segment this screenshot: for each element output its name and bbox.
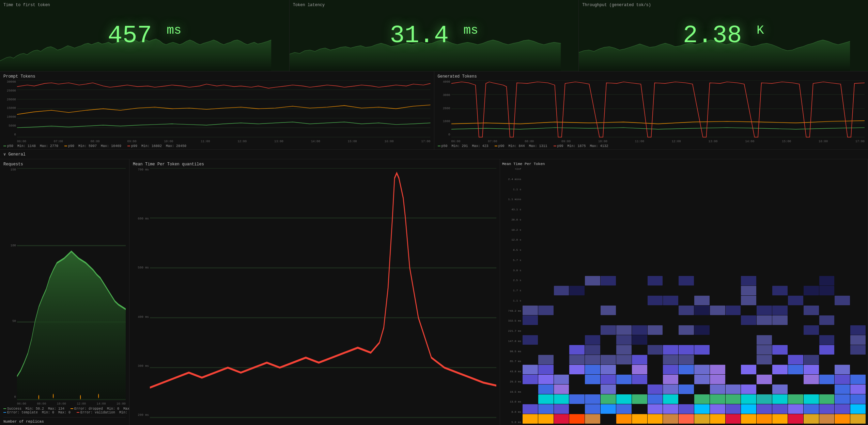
heatmap-cell bbox=[741, 227, 756, 236]
heatmap-cell bbox=[679, 276, 694, 285]
bottom-row: Requests 150100500 bbox=[0, 159, 868, 425]
heatmap-cell bbox=[850, 375, 866, 384]
heatmap-cell bbox=[710, 365, 725, 374]
y-axis-mtpt-q: 700 ms600 ms500 ms400 ms300 ms200 ms bbox=[133, 168, 150, 417]
heatmap-cell bbox=[663, 197, 678, 207]
heatmap-cell bbox=[554, 187, 569, 197]
heatmap-cell bbox=[632, 167, 647, 177]
heatmap-cell bbox=[601, 177, 616, 187]
heatmap-cell bbox=[601, 167, 616, 177]
heatmap-cell bbox=[835, 256, 850, 266]
heatmap-cell bbox=[835, 197, 850, 207]
heatmap-cell bbox=[804, 345, 819, 355]
heatmap-cell bbox=[772, 394, 788, 404]
heatmap-cell bbox=[585, 365, 600, 374]
heatmap-cell bbox=[726, 266, 741, 276]
heatmap-cell bbox=[585, 177, 600, 187]
heatmap-cell bbox=[569, 286, 585, 295]
heatmap-cell bbox=[850, 227, 866, 236]
heatmap-cell bbox=[554, 365, 569, 374]
heatmap-cell bbox=[616, 394, 632, 404]
heatmap-cell bbox=[772, 325, 788, 335]
heatmap-cell bbox=[835, 227, 850, 236]
heatmap-cell bbox=[819, 167, 835, 177]
heatmap-cell bbox=[757, 325, 772, 335]
heatmap-cell bbox=[804, 177, 819, 187]
heatmap-cell bbox=[835, 365, 850, 374]
top-row: Time to first token 457 ms Token latency bbox=[0, 0, 868, 71]
heatmap-cell bbox=[679, 217, 694, 226]
heatmap-cell bbox=[772, 256, 788, 266]
heatmap-cell bbox=[819, 355, 835, 364]
heatmap-cell bbox=[757, 375, 772, 384]
heatmap-cell bbox=[616, 246, 632, 256]
heatmap-cell bbox=[850, 315, 866, 325]
heatmap-cell bbox=[788, 315, 803, 325]
heatmap-cell bbox=[772, 276, 788, 285]
heatmap-cell bbox=[850, 266, 866, 276]
heatmap-cell bbox=[694, 177, 710, 187]
heatmap-cell bbox=[757, 187, 772, 197]
heatmap-cell bbox=[569, 207, 585, 216]
heatmap-cell bbox=[601, 246, 616, 256]
heatmap-cell bbox=[804, 227, 819, 236]
heatmap-cell bbox=[710, 246, 725, 256]
heatmap-cell bbox=[569, 345, 585, 355]
heatmap-cell bbox=[616, 207, 632, 216]
heatmap-cell bbox=[819, 385, 835, 394]
heatmap-cell bbox=[835, 286, 850, 295]
heatmap-cell bbox=[679, 187, 694, 197]
heatmap-cell bbox=[788, 355, 803, 364]
heatmap-cell bbox=[585, 167, 600, 177]
heatmap-cell bbox=[585, 306, 600, 315]
heatmap-cell bbox=[679, 286, 694, 295]
heatmap-cell bbox=[772, 207, 788, 216]
heatmap-cell bbox=[788, 276, 803, 285]
heatmap-cell bbox=[523, 256, 538, 266]
heatmap-cell bbox=[523, 306, 538, 315]
heatmap-cell bbox=[741, 207, 756, 216]
heatmap-cell bbox=[694, 246, 710, 256]
heatmap-cell bbox=[694, 345, 710, 355]
heatmap-cell bbox=[679, 325, 694, 335]
heatmap-container: +Inf 2.4 mins 1.1 s 1.1 mins 43.1 s 28.8… bbox=[502, 167, 866, 424]
heatmap-cell bbox=[648, 197, 663, 207]
heatmap-cell bbox=[819, 325, 835, 335]
heatmap-cell bbox=[819, 296, 835, 305]
heatmap-cell bbox=[632, 256, 647, 266]
panel-title-ttft: Time to first token bbox=[3, 3, 50, 7]
heatmap-cell bbox=[569, 187, 585, 197]
heatmap-cell bbox=[804, 335, 819, 345]
heatmap-cell bbox=[554, 335, 569, 345]
heatmap-cell bbox=[741, 236, 756, 246]
heatmap-cell bbox=[741, 404, 756, 414]
heatmap-cell bbox=[648, 187, 663, 197]
heatmap-cell bbox=[632, 355, 647, 364]
heatmap-cell bbox=[523, 325, 538, 335]
heatmap-cell bbox=[757, 246, 772, 256]
heatmap-cell bbox=[663, 345, 678, 355]
heatmap-cell bbox=[804, 187, 819, 197]
heatmap-cell bbox=[788, 345, 803, 355]
heatmap-cell bbox=[569, 414, 585, 424]
heatmap-cell bbox=[616, 345, 632, 355]
heatmap-cell bbox=[741, 365, 756, 374]
heatmap-cell bbox=[694, 355, 710, 364]
heatmap-cell bbox=[538, 256, 554, 266]
heatmap-cell bbox=[632, 246, 647, 256]
heatmap-cell bbox=[741, 335, 756, 345]
heatmap-cell bbox=[850, 394, 866, 404]
heatmap-cell bbox=[601, 207, 616, 216]
heatmap-cell bbox=[819, 414, 835, 424]
heatmap-cell bbox=[679, 246, 694, 256]
heatmap-cell bbox=[601, 414, 616, 424]
heatmap-cell bbox=[741, 315, 756, 325]
heatmap-cell bbox=[679, 315, 694, 325]
heatmap-cell bbox=[601, 394, 616, 404]
y-axis-prompt: 300002500020000150001000050000 bbox=[3, 80, 17, 136]
heatmap-cell bbox=[835, 414, 850, 424]
heatmap-cell bbox=[772, 385, 788, 394]
heatmap-cell bbox=[788, 325, 803, 335]
heatmap-cell bbox=[788, 197, 803, 207]
heatmap-cell bbox=[632, 177, 647, 187]
